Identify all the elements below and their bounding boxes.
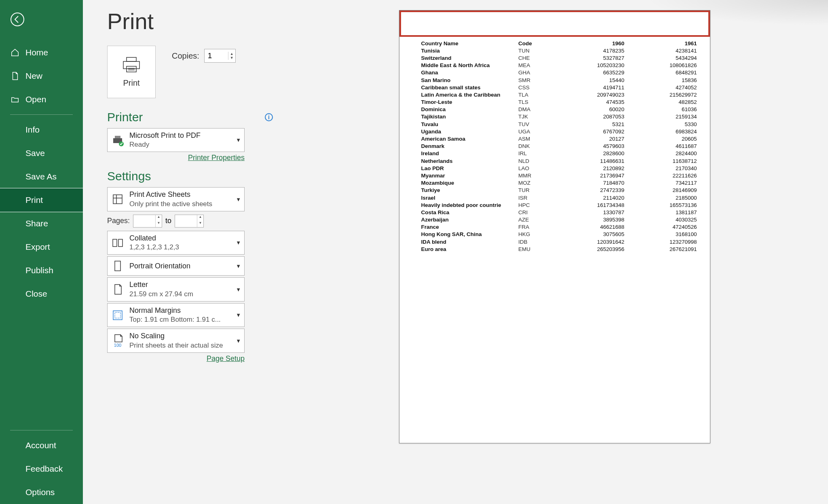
copies-input[interactable]	[205, 49, 228, 62]
table-row: Heavily indebted poor countrieHPC1617343…	[421, 201, 697, 209]
print-button[interactable]: Print	[107, 46, 156, 98]
printer-info-icon[interactable]: i	[265, 113, 273, 121]
sidebar-item-print[interactable]: Print	[0, 188, 83, 212]
page-icon	[111, 283, 125, 296]
table-row: Lao PDRLAO21208922170340	[421, 164, 697, 172]
sidebar-item-new[interactable]: New	[0, 64, 83, 88]
scaling-desc: Print sheets at their actual size	[129, 341, 231, 350]
table-row: IrelandIRL28286002824400	[421, 150, 697, 157]
scaling-title: No Scaling	[129, 331, 231, 341]
table-row: TurkiyeTUR2747233928146909	[421, 187, 697, 194]
table-row: American SamoaASM2012720605	[421, 135, 697, 142]
page-icon	[10, 72, 20, 80]
copies-stepper[interactable]: ▲ ▼	[204, 49, 236, 63]
sidebar-item-label: Feedback	[25, 464, 63, 474]
table-header-row: Country Name Code 1960 1961	[421, 40, 697, 47]
print-area-dropdown[interactable]: Print Active Sheets Only print the activ…	[107, 187, 245, 211]
chevron-down-icon: ▼	[236, 196, 241, 202]
table-row: TajikistanTJK20870532159134	[421, 113, 697, 120]
back-button[interactable]	[10, 12, 83, 29]
pages-to-label: to	[165, 217, 171, 225]
sidebar-item-save-as[interactable]: Save As	[0, 165, 83, 188]
table-row: NetherlandsNLD1148663111638712	[421, 157, 697, 164]
copies-increment[interactable]: ▲	[228, 52, 235, 56]
svg-rect-7	[115, 136, 120, 138]
collation-desc: 1,2,3 1,2,3 1,2,3	[129, 243, 231, 252]
print-area-desc: Only print the active sheets	[129, 200, 231, 209]
margins-dropdown[interactable]: Normal Margins Top: 1.91 cm Bottom: 1.91…	[107, 303, 245, 327]
table-row: GhanaGHA66352296848291	[421, 69, 697, 76]
scaling-icon: 100	[111, 334, 125, 348]
backstage-sidebar: Home New Open Info Save Save As Print Sh…	[0, 0, 83, 504]
table-row: MozambiqueMOZ71848707342117	[421, 179, 697, 187]
paper-desc: 21.59 cm x 27.94 cm	[129, 290, 231, 299]
sidebar-item-label: Save As	[25, 172, 57, 181]
sidebar-item-open[interactable]: Open	[0, 88, 83, 111]
sidebar-item-save[interactable]: Save	[0, 141, 83, 165]
sidebar-item-export[interactable]: Export	[0, 235, 83, 259]
sidebar-item-share[interactable]: Share	[0, 212, 83, 235]
sidebar-divider	[10, 430, 73, 430]
chevron-down-icon: ▼	[236, 263, 241, 269]
sidebar-item-info[interactable]: Info	[0, 118, 83, 141]
pages-from-input[interactable]	[133, 215, 155, 227]
chevron-down-icon: ▼	[236, 312, 241, 318]
highlight-box	[399, 11, 710, 37]
printer-status: Ready	[129, 140, 231, 149]
margins-icon	[111, 308, 125, 322]
scaling-dropdown[interactable]: 100 No Scaling Print sheets at their act…	[107, 329, 245, 352]
table-row: Caribbean small statesCSS41947114274052	[421, 84, 697, 91]
preview-page: Country Name Code 1960 1961 TunisiaTUN41…	[399, 10, 710, 443]
sidebar-item-home[interactable]: Home	[0, 41, 83, 64]
table-row: San MarinoSMR1544015836	[421, 76, 697, 84]
printer-name: Microsoft Print to PDF	[129, 131, 231, 140]
collation-dropdown[interactable]: Collated 1,2,3 1,2,3 1,2,3 ▼	[107, 231, 245, 255]
preview-data-table: Country Name Code 1960 1961 TunisiaTUN41…	[421, 40, 697, 253]
chevron-down-icon: ▼	[236, 137, 241, 143]
settings-heading: Settings	[107, 169, 151, 183]
page-setup-link[interactable]: Page Setup	[107, 354, 245, 363]
table-row: Timor-LesteTLS474535482852	[421, 99, 697, 106]
copies-label: Copies:	[172, 51, 199, 61]
table-row: TunisiaTUN41782354238141	[421, 47, 697, 54]
table-row: IDA blendIDB120391642123270998	[421, 238, 697, 245]
sidebar-item-feedback[interactable]: Feedback	[0, 457, 83, 481]
portrait-icon	[111, 259, 125, 273]
sidebar-item-options[interactable]: Options	[0, 481, 83, 504]
table-row: FranceFRA4662168847240526	[421, 224, 697, 231]
svg-rect-3	[127, 66, 136, 72]
pages-from-stepper[interactable]: ▲▼	[133, 215, 162, 228]
printer-icon	[122, 57, 141, 73]
print-area-title: Print Active Sheets	[129, 190, 231, 199]
page-title: Print	[107, 8, 273, 34]
back-arrow-icon	[10, 12, 25, 27]
table-row: DominicaDMA6002061036	[421, 106, 697, 113]
table-row: DenmarkDNK45796034611687	[421, 143, 697, 150]
orientation-dropdown[interactable]: Portrait Orientation ▼	[107, 256, 245, 276]
sidebar-item-publish[interactable]: Publish	[0, 259, 83, 282]
print-button-label: Print	[123, 78, 139, 88]
copies-decrement[interactable]: ▼	[228, 56, 235, 60]
column-header: 1960	[547, 40, 624, 47]
margins-desc: Top: 1.91 cm Bottom: 1.91 c...	[129, 315, 231, 324]
sidebar-item-label: Save	[25, 148, 45, 158]
print-config-panel: Print Print Copies: ▲ ▼	[83, 0, 293, 504]
sidebar-item-label: Open	[25, 95, 46, 104]
svg-rect-12	[113, 239, 117, 247]
printer-dropdown[interactable]: Microsoft Print to PDF Ready ▼	[107, 128, 245, 152]
printer-properties-link[interactable]: Printer Properties	[107, 154, 245, 162]
svg-rect-14	[115, 261, 120, 271]
print-preview-area: Country Name Code 1960 1961 TunisiaTUN41…	[293, 0, 828, 504]
printer-heading: Printer	[107, 110, 143, 124]
sidebar-item-label: Options	[25, 487, 55, 497]
pages-to-input[interactable]	[175, 215, 197, 227]
paper-size-dropdown[interactable]: Letter 21.59 cm x 27.94 cm ▼	[107, 277, 245, 301]
chevron-down-icon: ▼	[236, 338, 241, 344]
sidebar-item-close[interactable]: Close	[0, 282, 83, 306]
pages-to-stepper[interactable]: ▲▼	[175, 215, 204, 228]
table-row: Hong Kong SAR, ChinaHKG30756053168100	[421, 231, 697, 238]
chevron-down-icon: ▼	[236, 240, 241, 246]
sidebar-item-account[interactable]: Account	[0, 434, 83, 457]
svg-rect-2	[123, 61, 139, 69]
sheets-icon	[111, 192, 125, 206]
